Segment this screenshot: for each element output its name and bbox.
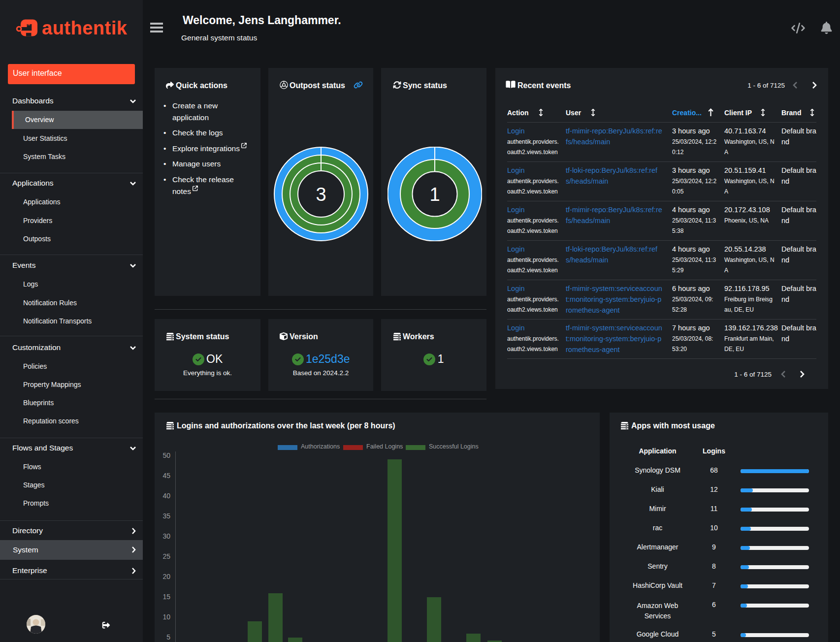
svg-text:authentik: authentik [42,19,128,37]
svg-text:3: 3 [316,184,326,205]
svg-text:1: 1 [429,184,440,205]
